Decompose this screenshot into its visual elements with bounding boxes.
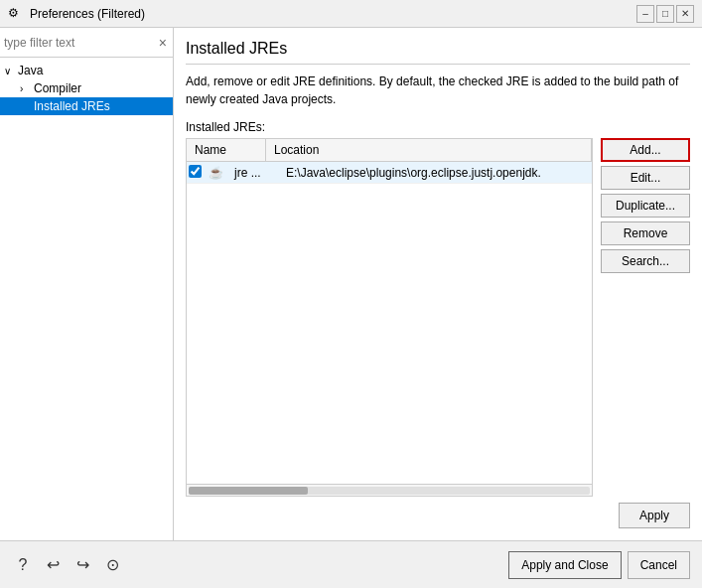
search-box: × (0, 28, 173, 58)
title-bar: ⚙ Preferences (Filtered) – □ ✕ (0, 0, 702, 28)
expand-compiler-icon: › (20, 83, 32, 94)
right-panel: Installed JREs Add, remove or edit JRE d… (174, 28, 702, 540)
sidebar-compiler-label: Compiler (34, 81, 81, 95)
table-and-buttons: Name Location ☕ jre ... E:\Java\eclipse\… (186, 138, 690, 497)
apply-and-close-button[interactable]: Apply and Close (508, 551, 621, 579)
jre-icon: ☕ (209, 166, 223, 180)
remove-button[interactable]: Remove (601, 221, 690, 245)
panel-title: Installed JREs (186, 40, 690, 65)
table-header: Name Location (187, 139, 592, 162)
window-controls: – □ ✕ (636, 5, 694, 23)
table-row[interactable]: ☕ jre ... E:\Java\eclipse\plugins\org.ec… (187, 162, 592, 184)
sidebar: × ∨ Java › Compiler Installed JREs (0, 28, 174, 540)
sidebar-item-java[interactable]: ∨ Java (0, 62, 173, 79)
window-title: Preferences (Filtered) (30, 7, 145, 21)
col-header-name: Name (187, 139, 266, 161)
bottom-right-buttons: Apply and Close Cancel (508, 551, 690, 579)
side-buttons: Add... Edit... Duplicate... Remove Searc… (601, 138, 690, 497)
main-content: × ∨ Java › Compiler Installed JREs Insta… (0, 28, 702, 540)
search-input[interactable] (4, 36, 157, 50)
info-icon[interactable]: ⊙ (101, 554, 123, 576)
app-icon: ⚙ (8, 6, 24, 22)
row-checkbox-cell[interactable] (187, 163, 207, 183)
cancel-button[interactable]: Cancel (628, 551, 690, 579)
bottom-icons: ? ↩ ↪ ⊙ (12, 554, 123, 576)
scrollbar-track[interactable] (189, 487, 590, 495)
sidebar-java-label: Java (18, 64, 43, 77)
duplicate-button[interactable]: Duplicate... (601, 194, 690, 218)
help-icon[interactable]: ? (12, 554, 34, 576)
jre-name-cell: jre ... (226, 164, 278, 182)
panel-description: Add, remove or edit JRE definitions. By … (186, 73, 690, 108)
jre-checkbox[interactable] (189, 165, 202, 178)
maximize-button[interactable]: □ (656, 5, 674, 23)
jres-table: Name Location ☕ jre ... E:\Java\eclipse\… (186, 138, 593, 497)
sidebar-item-installed-jres[interactable]: Installed JREs (0, 97, 173, 115)
sidebar-jres-label: Installed JREs (34, 99, 110, 113)
col-header-location: Location (266, 139, 592, 161)
minimize-button[interactable]: – (636, 5, 654, 23)
apply-row: Apply (186, 497, 690, 528)
bottom-bar: ? ↩ ↪ ⊙ Apply and Close Cancel (0, 540, 702, 588)
jre-icon-cell: ☕ (207, 164, 226, 182)
table-body: ☕ jre ... E:\Java\eclipse\plugins\org.ec… (187, 162, 592, 484)
forward-icon[interactable]: ↪ (71, 554, 93, 576)
apply-button[interactable]: Apply (619, 503, 690, 528)
tree-container: ∨ Java › Compiler Installed JREs (0, 58, 173, 540)
close-button[interactable]: ✕ (676, 5, 694, 23)
back-icon[interactable]: ↩ (42, 554, 64, 576)
edit-button[interactable]: Edit... (601, 166, 690, 190)
expand-java-icon: ∨ (4, 66, 16, 76)
scrollbar-thumb[interactable] (189, 487, 308, 495)
sidebar-item-compiler[interactable]: › Compiler (0, 79, 173, 97)
search-button[interactable]: Search... (601, 249, 690, 273)
installed-jres-label: Installed JREs: (186, 120, 690, 134)
add-button[interactable]: Add... (601, 138, 690, 162)
horizontal-scrollbar[interactable] (187, 484, 592, 496)
search-clear-icon[interactable]: × (157, 35, 169, 51)
jre-location-cell: E:\Java\eclipse\plugins\org.eclipse.just… (278, 164, 592, 182)
